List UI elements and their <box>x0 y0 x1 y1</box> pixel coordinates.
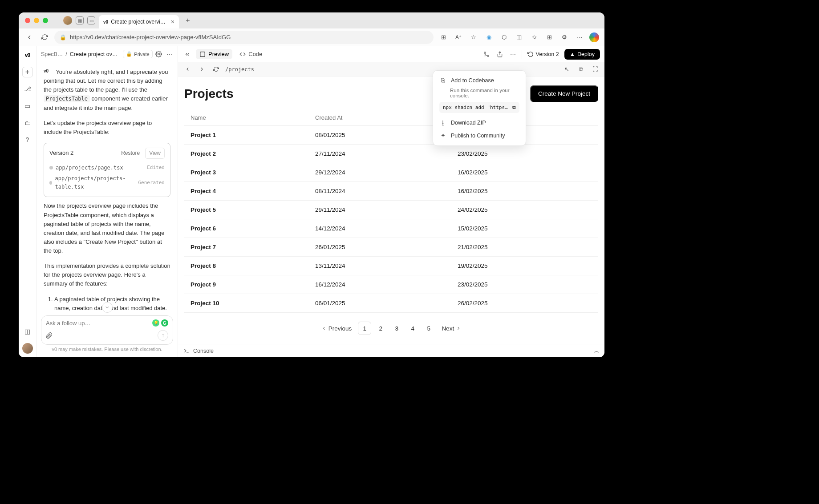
browser-tab-active[interactable]: v0 Create project overview page · × <box>99 15 179 28</box>
console-bar[interactable]: Console ︽ <box>178 344 604 357</box>
version-file[interactable]: app/projects/projects-table.tsxGenerated <box>49 173 165 192</box>
settings-icon[interactable] <box>155 49 162 59</box>
new-tab-button[interactable]: + <box>182 15 193 26</box>
preview-tab[interactable]: Preview <box>196 49 232 59</box>
col-name: Name <box>191 114 315 121</box>
favorites-icon[interactable]: ✩ <box>529 32 539 43</box>
fullscreen-icon[interactable]: ⛶ <box>590 65 600 74</box>
preview-forward-icon[interactable] <box>197 65 207 74</box>
assistant-message: Let's update the projects overview page … <box>44 119 170 137</box>
copy-icon[interactable]: ⧉ <box>512 105 516 110</box>
svg-rect-1 <box>200 52 205 56</box>
chat-messages[interactable]: v0 You're absolutely right, and I apprec… <box>36 62 178 312</box>
folder-icon[interactable]: 🗀 <box>22 117 33 128</box>
address-bar: 🔒 https://v0.dev/chat/create-project-ove… <box>19 28 604 46</box>
table-row[interactable]: Project 726/01/202521/02/2025 <box>184 238 598 257</box>
table-row[interactable]: Project 408/11/202416/02/2025 <box>184 182 598 201</box>
expand-console-icon[interactable]: ︽ <box>594 347 599 354</box>
fork-icon[interactable] <box>482 49 491 59</box>
add-to-codebase-item[interactable]: ⎘ Add to Codebase <box>433 74 526 87</box>
collections-icon[interactable]: ⊞ <box>544 32 555 43</box>
page-number-4[interactable]: 4 <box>406 322 419 335</box>
book-icon[interactable]: ▭ <box>22 101 33 111</box>
back-button[interactable] <box>24 32 35 43</box>
app-install-icon[interactable]: ⊞ <box>438 32 449 43</box>
split-screen-icon[interactable]: ◫ <box>514 32 524 43</box>
preview-refresh-icon[interactable] <box>211 65 221 74</box>
share-icon[interactable] <box>495 49 505 59</box>
text-size-icon[interactable]: A⁺ <box>453 32 464 43</box>
collapse-icon[interactable] <box>182 49 192 59</box>
version-title: Version 2 <box>49 149 73 157</box>
table-row[interactable]: Project 108/01/202523/02/2025 <box>184 126 598 145</box>
tracking-icon[interactable]: ◉ <box>483 32 494 43</box>
table-row[interactable]: Project 614/12/202415/02/2025 <box>184 219 598 238</box>
open-external-icon[interactable]: ⧉ <box>576 65 586 74</box>
code-tab[interactable]: Code <box>236 49 266 59</box>
deploy-button[interactable]: ▲ Deploy <box>564 49 600 60</box>
ext-puzzle-icon[interactable]: ⚙ <box>559 32 570 43</box>
workspaces-icon[interactable]: ▦ <box>76 16 84 24</box>
branches-icon[interactable]: ⎇ <box>22 84 33 94</box>
command-snippet[interactable]: npx shadcn add "https://… ⧉ <box>439 102 519 113</box>
profile-avatar[interactable] <box>63 16 72 25</box>
preview-back-icon[interactable] <box>182 65 192 74</box>
page-number-5[interactable]: 5 <box>422 322 435 335</box>
download-zip-item[interactable]: ⭳ Download ZIP <box>433 117 526 129</box>
console-label: Console <box>193 348 214 354</box>
preview-panel: Preview Code ⋯ Version 2 <box>178 46 604 357</box>
chat-panel: SpecB… / Create project overview p… 🔒 Pr… <box>36 46 178 357</box>
grammarly-icon[interactable]: G <box>161 319 168 327</box>
extensions-icon[interactable]: ⬡ <box>499 32 509 43</box>
chat-input[interactable] <box>46 320 152 327</box>
close-tab-button[interactable]: × <box>171 18 174 25</box>
table-row[interactable]: Project 1006/01/202526/02/2025 <box>184 294 598 313</box>
attach-icon[interactable] <box>46 332 53 339</box>
v0-logo[interactable]: v0 <box>22 50 33 60</box>
url-text: https://v0.dev/chat/create-project-overv… <box>70 34 231 40</box>
view-button[interactable]: View <box>145 148 165 159</box>
more-icon[interactable]: ⋯ <box>574 32 585 43</box>
favorite-icon[interactable]: ☆ <box>468 32 479 43</box>
create-project-button[interactable]: Create New Project <box>530 85 598 102</box>
table-row[interactable]: Project 529/11/202424/02/2025 <box>184 201 598 219</box>
sidebar-toggle-icon[interactable]: ◫ <box>22 326 33 337</box>
suggestion-icon[interactable]: 💡 <box>152 319 159 327</box>
table-row[interactable]: Project 227/11/202423/02/2025 <box>184 145 598 163</box>
refresh-button[interactable] <box>39 32 50 43</box>
send-button[interactable]: ↑ <box>158 330 168 341</box>
close-window-button[interactable] <box>25 18 30 23</box>
breadcrumb-root[interactable]: SpecB… <box>41 51 63 57</box>
restore-button[interactable]: Restore <box>118 148 142 158</box>
next-button[interactable]: Next <box>438 323 465 334</box>
private-badge[interactable]: 🔒 Private <box>123 50 152 58</box>
page-number-3[interactable]: 3 <box>390 322 403 335</box>
breadcrumb-page[interactable]: Create project overview p… <box>70 51 121 57</box>
version-selector[interactable]: Version 2 <box>526 50 561 59</box>
assistant-message: v0 You're absolutely right, and I apprec… <box>44 68 170 113</box>
assistant-message: This implementation provides a complete … <box>44 262 170 288</box>
preview-content[interactable]: Projects Create New Project Name Created… <box>178 77 604 344</box>
previous-button[interactable]: Previous <box>318 323 356 334</box>
help-icon[interactable]: ? <box>22 134 33 145</box>
user-avatar[interactable] <box>22 343 33 354</box>
cursor-icon[interactable]: ↖ <box>562 65 572 74</box>
publish-item[interactable]: ✦ Publish to Community <box>433 129 526 142</box>
table-row[interactable]: Project 813/11/202419/02/2025 <box>184 257 598 275</box>
url-field[interactable]: 🔒 https://v0.dev/chat/create-project-ove… <box>54 31 434 44</box>
table-row[interactable]: Project 329/12/202416/02/2025 <box>184 163 598 182</box>
maximize-window-button[interactable] <box>43 18 48 23</box>
version-file[interactable]: app/projects/page.tsxEdited <box>49 162 165 173</box>
new-chat-button[interactable]: + <box>22 67 33 77</box>
copilot-icon[interactable] <box>589 32 599 42</box>
tab-overview-icon[interactable]: ▭ <box>87 16 95 24</box>
more-icon[interactable]: ⋯ <box>508 49 518 59</box>
page-number-1[interactable]: 1 <box>358 322 371 335</box>
scroll-down-button[interactable] <box>102 302 113 313</box>
svg-point-2 <box>487 55 489 56</box>
table-row[interactable]: Project 916/12/202423/02/2025 <box>184 275 598 294</box>
minimize-window-button[interactable] <box>34 18 39 23</box>
more-icon[interactable]: ⋯ <box>166 49 173 59</box>
page-number-2[interactable]: 2 <box>374 322 387 335</box>
preview-path[interactable]: /projects <box>225 66 254 73</box>
